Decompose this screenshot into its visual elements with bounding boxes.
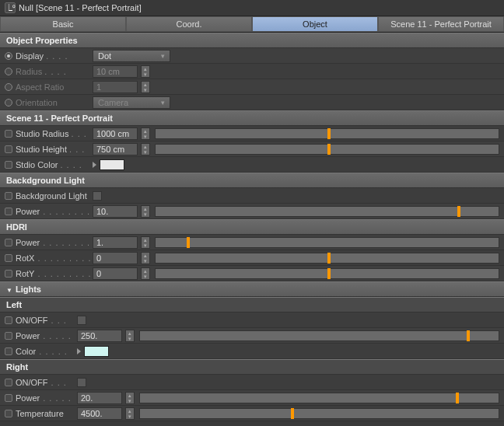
- hdri-power-spinner[interactable]: [141, 236, 150, 249]
- keyframe-icon: [5, 99, 12, 106]
- right-power-slider[interactable]: [139, 393, 499, 403]
- section-lights[interactable]: Lights: [0, 281, 504, 297]
- right-onoff-checkbox[interactable]: [77, 378, 86, 387]
- keyframe-icon[interactable]: [5, 332, 12, 340]
- keyframe-icon[interactable]: [5, 161, 12, 169]
- radius-field: 10 cm: [93, 65, 138, 78]
- tab-scene[interactable]: Scene 11 - Perfect Portrait: [378, 16, 504, 32]
- bg-light-checkbox[interactable]: [93, 191, 102, 201]
- keyframe-icon[interactable]: [5, 192, 12, 200]
- left-power-spinner[interactable]: [125, 330, 135, 342]
- left-power-slider[interactable]: [139, 330, 499, 341]
- section-lights-right: Right: [0, 359, 504, 375]
- tab-object[interactable]: Object: [252, 16, 378, 32]
- hdri-power-label: Power . . . . . . . .: [16, 238, 89, 247]
- aspect-ratio-label: Aspect Ratio: [16, 82, 89, 92]
- keyframe-icon[interactable]: [5, 379, 12, 386]
- hdri-roty-label: RotY . . . . . . . . .: [16, 269, 89, 278]
- keyframe-icon[interactable]: [5, 347, 12, 355]
- bg-power-spinner[interactable]: [141, 205, 150, 218]
- right-temperature-label: Temperature: [16, 409, 74, 418]
- expand-icon[interactable]: [93, 162, 96, 168]
- right-temperature-slider[interactable]: [139, 408, 499, 419]
- expand-icon[interactable]: [77, 348, 81, 354]
- right-power-label: Power . . . . .: [16, 393, 74, 403]
- hdri-power-slider[interactable]: [155, 237, 499, 248]
- studio-height-spinner[interactable]: [141, 143, 150, 155]
- keyframe-icon[interactable]: [5, 394, 12, 402]
- studio-radius-slider[interactable]: [155, 128, 499, 139]
- stdio-color-swatch[interactable]: [100, 159, 124, 170]
- aspect-ratio-spinner: [141, 81, 150, 93]
- radius-spinner: [141, 65, 150, 78]
- keyframe-icon[interactable]: [5, 239, 12, 246]
- left-onoff-label: ON/OFF . . .: [16, 316, 74, 325]
- right-temperature-field[interactable]: 4500.: [77, 407, 122, 420]
- section-hdri: HDRI: [0, 219, 504, 235]
- hdri-power-field[interactable]: 1.: [93, 236, 138, 249]
- left-color-swatch[interactable]: [84, 346, 109, 357]
- studio-height-slider[interactable]: [155, 144, 499, 155]
- studio-radius-label: Studio Radius . . .: [16, 129, 89, 138]
- hdri-roty-slider[interactable]: [155, 268, 499, 279]
- keyframe-icon: [5, 83, 12, 91]
- section-scene: Scene 11 - Perfect Portrait: [0, 110, 504, 126]
- hdri-roty-spinner[interactable]: [141, 267, 150, 280]
- keyframe-icon[interactable]: [5, 208, 12, 215]
- studio-height-field[interactable]: 750 cm: [93, 143, 138, 155]
- keyframe-icon[interactable]: [5, 316, 12, 324]
- right-power-field[interactable]: 20.: [77, 392, 122, 404]
- hdri-rotx-slider[interactable]: [155, 253, 499, 264]
- keyframe-icon[interactable]: [5, 270, 12, 278]
- hdri-rotx-spinner[interactable]: [141, 252, 150, 264]
- left-power-label: Power . . . . .: [16, 331, 74, 340]
- keyframe-icon[interactable]: [5, 145, 12, 153]
- stdio-color-label: Stdio Color . . . .: [16, 160, 89, 169]
- keyframe-icon: [5, 68, 12, 75]
- window-title-bar: ⎿⁰ Null [Scene 11 - Perfect Portrait]: [0, 0, 504, 16]
- left-onoff-checkbox[interactable]: [77, 316, 86, 325]
- orientation-dropdown: Camera: [93, 96, 170, 109]
- aspect-ratio-field: 1: [93, 81, 138, 93]
- section-bg-light: Backdground Light: [0, 173, 504, 188]
- display-label: Display . . . .: [16, 51, 89, 61]
- section-lights-left: Left: [0, 297, 504, 313]
- left-color-label: Color . . . . .: [16, 347, 74, 356]
- studio-height-label: Studio Height . . .: [16, 145, 89, 154]
- right-temperature-spinner[interactable]: [125, 407, 135, 420]
- left-power-field[interactable]: 250.: [77, 330, 122, 342]
- studio-radius-spinner[interactable]: [141, 127, 150, 140]
- tab-coord[interactable]: Coord.: [126, 16, 252, 32]
- radius-label: Radius . . . .: [16, 67, 89, 76]
- hdri-rotx-field[interactable]: 0: [93, 252, 138, 264]
- bg-power-slider[interactable]: [155, 206, 499, 217]
- null-object-icon: ⎿⁰: [5, 2, 16, 13]
- keyframe-icon[interactable]: [5, 254, 12, 262]
- window-title: Null [Scene 11 - Perfect Portrait]: [19, 3, 142, 12]
- studio-radius-field[interactable]: 1000 cm: [93, 127, 138, 140]
- bg-power-field[interactable]: 10.: [93, 205, 138, 218]
- tab-basic[interactable]: Basic: [0, 16, 126, 32]
- hdri-roty-field[interactable]: 0: [93, 267, 138, 280]
- display-dropdown[interactable]: Dot: [93, 50, 170, 62]
- keyframe-icon[interactable]: [5, 410, 12, 417]
- property-tabs: Basic Coord. Object Scene 11 - Perfect P…: [0, 16, 504, 33]
- bg-power-label: Power . . . . . . . .: [16, 207, 89, 216]
- keyframe-icon[interactable]: [5, 130, 12, 138]
- section-object-properties: Object Properties: [0, 33, 504, 48]
- bg-light-toggle-label: Backdground Light: [16, 191, 89, 201]
- hdri-rotx-label: RotX . . . . . . . . .: [16, 253, 89, 263]
- right-onoff-label: ON/OFF . . .: [16, 378, 74, 387]
- keyframe-icon[interactable]: [5, 52, 12, 60]
- right-power-spinner[interactable]: [125, 392, 135, 404]
- orientation-label: Orientation: [16, 98, 89, 107]
